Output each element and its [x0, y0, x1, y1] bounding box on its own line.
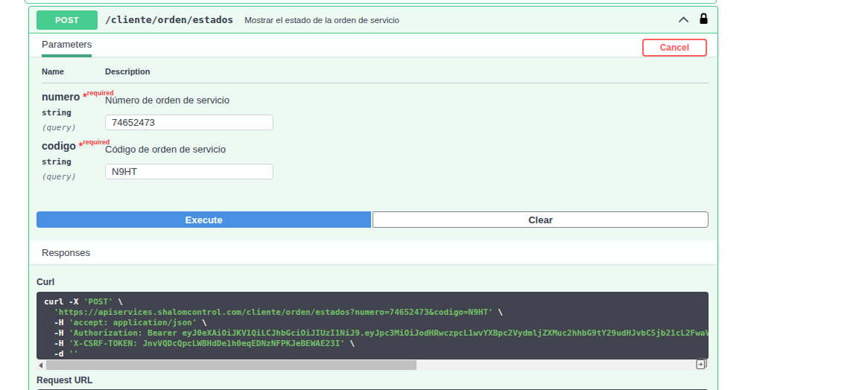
required-star: *: [83, 91, 86, 103]
curl-label: Curl: [37, 277, 54, 287]
method-badge: POST: [37, 10, 98, 30]
tab-parameters[interactable]: Parameters: [42, 39, 92, 57]
collapse-button[interactable]: [678, 14, 689, 25]
param-location: (query): [42, 172, 105, 182]
responses-body: Curl curl -X 'POST' \ 'https://apiservic…: [29, 264, 717, 390]
cancel-button[interactable]: Cancel: [642, 39, 707, 57]
clear-button[interactable]: Clear: [373, 211, 709, 228]
parameters-section-header: Parameters Cancel: [29, 33, 717, 57]
required-label: required: [87, 89, 114, 97]
previous-opblock-edge: [25, 0, 717, 4]
opblock-summary[interactable]: POST /cliente/orden/estados Mostrar el e…: [29, 7, 717, 33]
param-type: string: [42, 157, 105, 167]
param-description-cell: Código de orden de servicio: [105, 140, 709, 182]
chevron-up-icon: [678, 14, 689, 25]
param-name: numero *required: [42, 91, 105, 103]
param-name-cell: numero *required string (query): [42, 91, 105, 132]
endpoint-summary: Mostrar el estado de la orden de servici…: [244, 16, 399, 25]
responses-title: Responses: [42, 247, 90, 258]
parameters-table: Name Description numero *required string…: [29, 57, 717, 182]
lock-icon: [699, 13, 709, 27]
scroll-left-arrow-icon[interactable]: [39, 362, 42, 368]
authorize-button[interactable]: [699, 13, 709, 27]
description-column-header: Description: [105, 67, 709, 76]
name-column-header: Name: [42, 67, 105, 76]
param-description: Código de orden de servicio: [105, 144, 709, 155]
table-row: numero *required string (query) Número d…: [42, 83, 709, 132]
param-type: string: [42, 108, 105, 118]
swagger-page: POST /cliente/orden/estados Mostrar el e…: [0, 0, 868, 390]
execute-button[interactable]: Execute: [37, 211, 371, 228]
numero-input[interactable]: [105, 115, 273, 130]
endpoint-path: /cliente/orden/estados: [105, 14, 233, 25]
param-description-cell: Número de orden de servicio: [105, 91, 709, 132]
copy-icon: [695, 361, 708, 372]
param-name: codigo *required: [42, 140, 105, 152]
opblock-post: POST /cliente/orden/estados Mostrar el e…: [28, 6, 718, 390]
required-label: required: [83, 138, 110, 146]
codigo-input[interactable]: [105, 164, 273, 179]
param-name-cell: codigo *required string (query): [42, 140, 105, 182]
scrollbar-thumb[interactable]: [46, 360, 416, 370]
param-location: (query): [42, 123, 105, 132]
execute-row: Execute Clear: [37, 211, 709, 228]
horizontal-scrollbar[interactable]: [37, 359, 709, 371]
param-description: Número de orden de servicio: [105, 95, 709, 106]
table-row: codigo *required string (query) Código d…: [42, 132, 709, 182]
table-header-row: Name Description: [42, 67, 709, 83]
copy-to-clipboard-button[interactable]: [694, 357, 709, 371]
request-url-label: Request URL: [37, 375, 709, 386]
curl-code: curl -X 'POST' \ 'https://apiservices.sh…: [37, 292, 709, 359]
responses-section-header: Responses: [29, 240, 717, 264]
